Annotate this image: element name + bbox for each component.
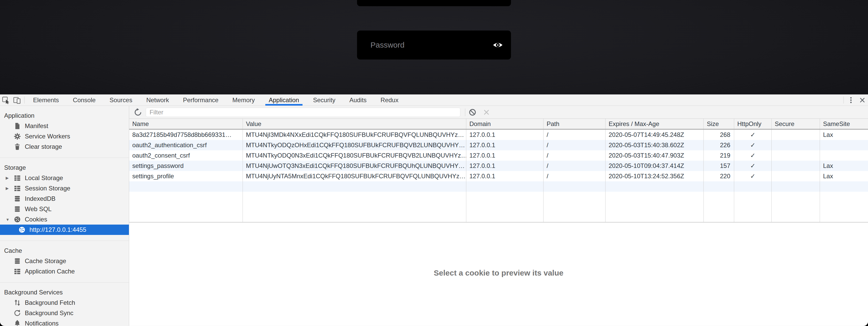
cell-name[interactable]: settings_password [129, 161, 243, 171]
sidebar-item-background-fetch[interactable]: Background Fetch [0, 298, 129, 308]
cell-secure[interactable] [772, 161, 820, 171]
cell-value[interactable]: MTU4NjUwOTQ3N3xEdi1CQkFFQ180SUFBUkFCRUFB… [243, 161, 466, 171]
cell-samesite[interactable]: Lax [820, 171, 868, 181]
cell-httponly[interactable]: ✓ [734, 161, 772, 171]
cell-httponly[interactable]: ✓ [734, 130, 772, 140]
cell-path[interactable]: / [544, 171, 606, 181]
cell-name[interactable]: oauth2_authentication_csrf [129, 140, 243, 150]
cell-domain[interactable]: 127.0.0.1 [466, 140, 544, 150]
sidebar-item-session-storage[interactable]: ▶ Session Storage [0, 183, 129, 193]
sidebar-item-indexeddb[interactable]: IndexedDB [0, 193, 129, 204]
sidebar-item-manifest[interactable]: Manifest [0, 121, 129, 131]
preview-empty-message: Select a cookie to preview its value [434, 269, 563, 277]
cell-samesite[interactable] [820, 140, 868, 150]
cell-value[interactable]: MTU4NTkyODQzOHxEdi1CQkFFQ180SUFBUkFCRUFB… [243, 140, 466, 150]
cookie-row[interactable]: settings_password MTU4NjUwOTQ3N3xEdi1CQk… [129, 161, 868, 171]
column-header-httponly[interactable]: HttpOnly [734, 119, 772, 129]
sidebar-item-web-sql[interactable]: Web SQL [0, 204, 129, 214]
tab-network[interactable]: Network [139, 94, 176, 106]
login-field-partial[interactable] [357, 0, 511, 6]
refresh-button[interactable] [133, 107, 143, 117]
devtools-close-button[interactable] [857, 94, 868, 106]
chevron-right-icon[interactable]: ▶ [6, 176, 13, 180]
column-header-value[interactable]: Value [243, 119, 466, 129]
cell-name[interactable]: 8a3d27185b49d7758d8bb669331… [129, 130, 243, 140]
cell-expires[interactable]: 2020-05-03T15:40:38.602Z [606, 140, 704, 150]
filter-input[interactable] [146, 108, 460, 117]
tab-elements[interactable]: Elements [26, 94, 66, 106]
column-header-samesite[interactable]: SameSite [820, 119, 868, 129]
cell-expires[interactable]: 2020-05-10T13:24:52.356Z [606, 171, 704, 181]
database-icon [13, 195, 21, 202]
column-header-expires[interactable]: Expires / Max-Age [606, 119, 704, 129]
cell-httponly[interactable]: ✓ [734, 140, 772, 150]
column-header-size[interactable]: Size [704, 119, 734, 129]
cell-name[interactable]: settings_profile [129, 171, 243, 181]
tab-security[interactable]: Security [306, 94, 343, 106]
cell-size[interactable]: 268 [704, 130, 734, 140]
cell-samesite[interactable] [820, 150, 868, 161]
cell-secure[interactable] [772, 140, 820, 150]
cell-samesite[interactable]: Lax [820, 130, 868, 140]
chevron-down-icon[interactable]: ▼ [6, 217, 13, 222]
sidebar-item-application-cache[interactable]: Application Cache [0, 266, 129, 277]
cell-value[interactable]: MTU4NTkyODQ0N3xEdi1CQkFFQ180SUFBUkFCRUFB… [243, 150, 466, 161]
cell-domain[interactable]: 127.0.0.1 [466, 171, 544, 181]
sidebar-item-cookies[interactable]: ▼ Cookies [0, 214, 129, 224]
cell-path[interactable]: / [544, 130, 606, 140]
cell-secure[interactable] [772, 171, 820, 181]
tab-performance[interactable]: Performance [176, 94, 225, 106]
sidebar-item-clear-storage[interactable]: Clear storage [0, 141, 129, 152]
column-header-path[interactable]: Path [544, 119, 606, 129]
sidebar-item-cache-storage[interactable]: Cache Storage [0, 256, 129, 266]
sidebar-item-local-storage[interactable]: ▶ Local Storage [0, 173, 129, 183]
sidebar-item-service-workers[interactable]: Service Workers [0, 131, 129, 141]
tab-redux[interactable]: Redux [374, 94, 405, 106]
device-toolbar-button[interactable] [11, 94, 23, 106]
cell-httponly[interactable]: ✓ [734, 150, 772, 161]
cell-size[interactable]: 220 [704, 171, 734, 181]
cell-name[interactable]: oauth2_consent_csrf [129, 150, 243, 161]
column-header-domain[interactable]: Domain [466, 119, 544, 129]
tab-memory[interactable]: Memory [225, 94, 262, 106]
clear-filter-button[interactable] [481, 107, 492, 117]
cookie-row[interactable]: oauth2_authentication_csrf MTU4NTkyODQzO… [129, 140, 868, 150]
cell-value[interactable]: MTU4NjUyNTA5MnxEdi1CQkFFQ180SUFBUkFCRUFB… [243, 171, 466, 181]
password-field[interactable] [357, 30, 511, 59]
devtools-menu-button[interactable] [845, 94, 857, 106]
cell-domain[interactable]: 127.0.0.1 [466, 150, 544, 161]
sidebar-item-background-sync[interactable]: Background Sync [0, 308, 129, 318]
tab-application[interactable]: Application [262, 94, 306, 106]
cell-domain[interactable]: 127.0.0.1 [466, 130, 544, 140]
cell-expires[interactable]: 2020-05-03T15:40:47.903Z [606, 150, 704, 161]
column-header-name[interactable]: Name [129, 119, 243, 129]
password-input[interactable] [357, 30, 492, 59]
eye-icon[interactable] [492, 40, 504, 50]
cookie-row[interactable]: 8a3d27185b49d7758d8bb669331… MTU4NjI3MDk… [129, 130, 868, 140]
cell-secure[interactable] [772, 130, 820, 140]
cell-size[interactable]: 157 [704, 161, 734, 171]
cell-size[interactable]: 219 [704, 150, 734, 161]
sidebar-item-cookie-origin[interactable]: http://127.0.0.1:4455 [0, 224, 129, 235]
cookie-row[interactable]: oauth2_consent_csrf MTU4NTkyODQ0N3xEdi1C… [129, 150, 868, 161]
cell-path[interactable]: / [544, 140, 606, 150]
cell-expires[interactable]: 2020-05-10T09:04:37.414Z [606, 161, 704, 171]
cell-samesite[interactable]: Lax [820, 161, 868, 171]
cell-httponly[interactable]: ✓ [734, 171, 772, 181]
cell-domain[interactable]: 127.0.0.1 [466, 161, 544, 171]
tab-console[interactable]: Console [66, 94, 102, 106]
show-blocked-cookies-button[interactable] [467, 107, 478, 117]
inspect-element-button[interactable] [0, 94, 11, 106]
cookie-row[interactable]: settings_profile MTU4NjUyNTA5MnxEdi1CQkF… [129, 171, 868, 181]
tab-audits[interactable]: Audits [342, 94, 374, 106]
cell-size[interactable]: 226 [704, 140, 734, 150]
cell-path[interactable]: / [544, 161, 606, 171]
chevron-right-icon[interactable]: ▶ [6, 186, 13, 191]
tab-sources[interactable]: Sources [102, 94, 139, 106]
sidebar-item-notifications[interactable]: Notifications [0, 318, 129, 326]
column-header-secure[interactable]: Secure [772, 119, 820, 129]
cell-value[interactable]: MTU4NjI3MDk4NXxEdi1CQkFFQ180SUFBUkFCRUFB… [243, 130, 466, 140]
cell-path[interactable]: / [544, 150, 606, 161]
cell-expires[interactable]: 2020-05-07T14:49:45.248Z [606, 130, 704, 140]
cell-secure[interactable] [772, 150, 820, 161]
